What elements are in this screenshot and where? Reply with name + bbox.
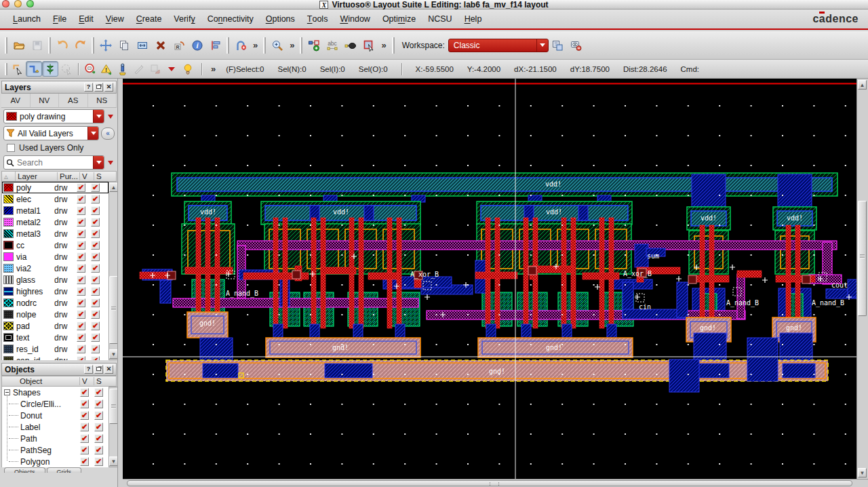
object-visible-checkbox[interactable]: ✔ xyxy=(80,400,89,408)
partial-select-icon[interactable] xyxy=(9,61,26,77)
layer-row-via2[interactable]: via2drw✔✔ xyxy=(2,262,108,274)
layer-visible-checkbox[interactable]: ✔ xyxy=(77,264,85,273)
layer-selectable-checkbox[interactable]: ✔ xyxy=(91,298,100,307)
layer-visible-checkbox[interactable]: ✔ xyxy=(77,322,85,330)
wire-snap-icon[interactable] xyxy=(26,61,42,77)
check-point-icon[interactable]: ! xyxy=(98,61,115,77)
object-selectable-checkbox[interactable]: ✔ xyxy=(94,446,103,454)
layer-selectable-checkbox[interactable]: ✔ xyxy=(91,322,100,330)
object-visible-checkbox[interactable]: ✔ xyxy=(80,423,89,431)
layer-visible-checkbox[interactable]: ✔ xyxy=(77,345,85,353)
layer-row-nolpe[interactable]: nolpedrw✔✔ xyxy=(2,309,108,320)
layer-row-via[interactable]: viadrw✔✔ xyxy=(2,251,108,262)
active-layer-select[interactable]: poly drawing xyxy=(3,109,104,123)
active-layer-dropdown-icon[interactable] xyxy=(93,110,104,123)
panel-tab-grids[interactable]: Grids xyxy=(47,467,82,473)
object-visible-checkbox[interactable]: ✔ xyxy=(80,457,89,466)
canvas-horizontal-scrollbar[interactable] xyxy=(123,479,868,487)
select-region-icon[interactable] xyxy=(359,36,378,54)
object-row-pathseg[interactable]: PathSeg✔✔ xyxy=(2,444,108,456)
object-selectable-checkbox[interactable]: ✔ xyxy=(94,388,103,397)
open-icon[interactable] xyxy=(9,36,28,54)
canvas-vertical-scrollbar[interactable]: ▲ ▼ xyxy=(856,79,868,479)
layer-row-elec[interactable]: elecdrw✔✔ xyxy=(2,193,108,205)
copy-icon[interactable] xyxy=(115,36,133,54)
undo-icon[interactable] xyxy=(53,36,71,54)
layer-row-cap_id[interactable]: cap_iddrw✔✔ xyxy=(2,355,108,360)
visibility-av-button[interactable]: AV xyxy=(1,94,31,107)
menu-tools[interactable]: Tools xyxy=(301,9,334,28)
layer-filter-dropdown-icon[interactable] xyxy=(87,127,98,140)
rotate-icon[interactable]: R xyxy=(170,36,188,54)
layer-row-metal3[interactable]: metal3drw✔✔ xyxy=(2,228,108,239)
layer-row-highres[interactable]: highresdrw✔✔ xyxy=(2,286,108,297)
layer-row-res_id[interactable]: res_iddrw✔✔ xyxy=(2,343,108,355)
layer-filter-select[interactable]: All Valid Layers xyxy=(3,126,99,140)
toolbar-overflow-icon[interactable]: » xyxy=(378,40,389,50)
layer-visible-checkbox[interactable]: ✔ xyxy=(77,275,85,284)
object-selectable-checkbox[interactable]: ✔ xyxy=(94,400,103,408)
panel-tab-objects[interactable]: Objects xyxy=(4,467,45,473)
fit-icon[interactable] xyxy=(231,36,250,54)
close-panel-icon[interactable]: ✕ xyxy=(104,83,113,92)
layer-selectable-checkbox[interactable]: ✔ xyxy=(91,275,100,284)
stretch-icon[interactable] xyxy=(133,36,151,54)
layer-row-poly[interactable]: polydrw✔✔ xyxy=(2,182,108,193)
layer-row-nodrc[interactable]: nodrcdrw✔✔ xyxy=(2,297,108,309)
delete-icon[interactable] xyxy=(151,36,170,54)
sidebar-resize-handle[interactable] xyxy=(117,79,123,487)
object-visible-checkbox[interactable]: ✔ xyxy=(80,434,89,443)
marker-icon[interactable] xyxy=(115,61,131,77)
layer-row-glass[interactable]: glassdrw✔✔ xyxy=(2,274,108,286)
active-layer-caret-icon[interactable] xyxy=(108,115,113,119)
layer-row-metal2[interactable]: metal2drw✔✔ xyxy=(2,216,108,228)
layer-visible-checkbox[interactable]: ✔ xyxy=(77,218,85,227)
layer-row-pad[interactable]: paddrw✔✔ xyxy=(2,320,108,332)
properties-icon[interactable]: i xyxy=(188,36,206,54)
object-visible-checkbox[interactable]: ✔ xyxy=(80,446,89,454)
menu-create[interactable]: Create xyxy=(130,9,168,28)
layer-row-text[interactable]: textdrw✔✔ xyxy=(2,332,108,343)
toolbar-overflow-icon[interactable]: » xyxy=(286,40,298,50)
layer-visible-checkbox[interactable]: ✔ xyxy=(77,229,85,238)
layer-selectable-checkbox[interactable]: ✔ xyxy=(91,310,100,319)
layer-visible-checkbox[interactable]: ✔ xyxy=(77,333,85,342)
align-icon[interactable] xyxy=(206,36,224,54)
float-panel-icon[interactable] xyxy=(94,83,103,92)
redo-icon[interactable] xyxy=(71,36,90,54)
search-caret-icon[interactable] xyxy=(108,161,113,165)
tree-collapse-icon[interactable] xyxy=(4,389,10,395)
view-filter-icon[interactable] xyxy=(567,36,585,54)
help-icon[interactable]: ? xyxy=(84,83,93,92)
layer-selectable-checkbox[interactable]: ✔ xyxy=(91,241,100,250)
object-row-donut[interactable]: Donut✔✔ xyxy=(2,410,108,421)
collapse-panel-button[interactable]: « xyxy=(101,128,115,140)
object-selectable-checkbox[interactable]: ✔ xyxy=(94,457,103,466)
workspace-dropdown-icon[interactable] xyxy=(536,39,548,52)
area-select-icon[interactable] xyxy=(58,61,75,77)
object-row-circleelli[interactable]: Circle/Elli...✔✔ xyxy=(2,398,108,410)
layer-selectable-checkbox[interactable]: ✔ xyxy=(91,333,100,342)
used-layers-checkbox[interactable] xyxy=(7,144,15,152)
toolbar-overflow-icon[interactable]: » xyxy=(250,40,261,50)
object-row-polygon[interactable]: Polygon✔✔ xyxy=(2,456,108,467)
object-selectable-checkbox[interactable]: ✔ xyxy=(94,434,103,443)
zoom-in-icon[interactable] xyxy=(268,36,286,54)
stop-point-icon[interactable] xyxy=(82,61,98,77)
layer-visible-checkbox[interactable]: ✔ xyxy=(77,298,85,307)
gravity-icon[interactable] xyxy=(42,61,58,77)
object-row-shapes[interactable]: Shapes✔✔ xyxy=(2,387,108,398)
layer-selectable-checkbox[interactable]: ✔ xyxy=(91,229,100,238)
layer-selectable-checkbox[interactable]: ✔ xyxy=(91,183,100,192)
save-workspace-icon[interactable] xyxy=(549,36,567,54)
create-via-icon[interactable] xyxy=(304,36,323,54)
layer-visible-checkbox[interactable]: ✔ xyxy=(77,310,85,319)
create-label-icon[interactable]: abc xyxy=(323,36,341,54)
menu-ncsu[interactable]: NCSU xyxy=(422,9,458,28)
search-input[interactable] xyxy=(17,156,104,169)
menu-window[interactable]: Window xyxy=(334,9,376,28)
layer-selectable-checkbox[interactable]: ✔ xyxy=(91,218,100,227)
layer-selectable-checkbox[interactable]: ✔ xyxy=(91,345,100,353)
slant-b-icon[interactable] xyxy=(147,61,163,77)
menu-options[interactable]: Options xyxy=(260,9,301,28)
